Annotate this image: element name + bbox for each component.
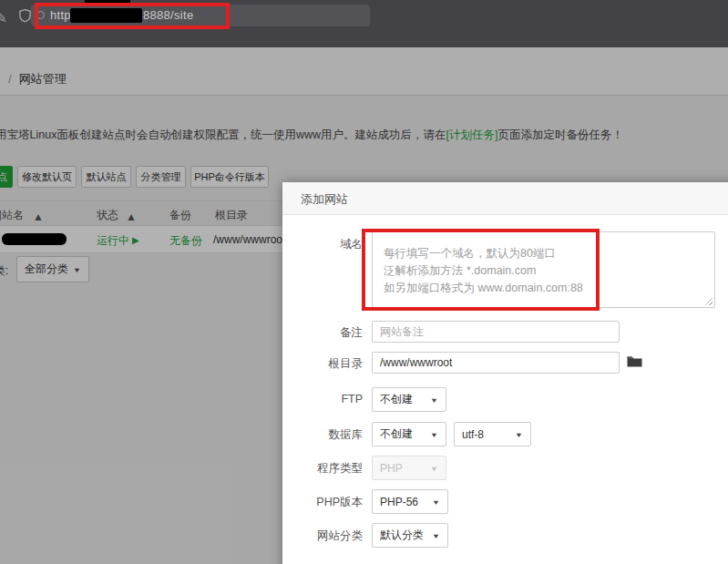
modal-title: 添加网站 xyxy=(301,191,348,208)
ftp-select[interactable]: 不创建 ▼ xyxy=(372,387,446,412)
note-input[interactable] xyxy=(372,321,620,343)
ftp-label: FTP xyxy=(282,393,363,405)
screenshot-root: ✎ http:// 8888/site /网站管理 用宝塔Linux面板创建站点… xyxy=(0,0,728,564)
root-dir-input[interactable] xyxy=(372,352,620,374)
app-type-select-disabled: PHP ▼ xyxy=(372,456,446,480)
chevron-down-icon: ▼ xyxy=(515,430,523,438)
modal-header: 添加网站 xyxy=(282,182,728,215)
chevron-down-icon: ▼ xyxy=(430,464,438,472)
php-version-select[interactable]: PHP-56 ▼ xyxy=(372,489,448,514)
annotation-box-domain xyxy=(362,229,600,311)
database-label: 数据库 xyxy=(282,427,363,443)
site-category-select[interactable]: 默认分类 ▼ xyxy=(372,523,448,548)
charset-select[interactable]: utf-8 ▼ xyxy=(454,422,531,446)
app-type-label: 程序类型 xyxy=(282,461,363,477)
charset-select-value: utf-8 xyxy=(462,428,484,441)
app-type-select-value: PHP xyxy=(380,462,403,475)
chevron-down-icon: ▼ xyxy=(432,531,440,539)
partial-edge-icon: ✎ xyxy=(0,10,7,26)
php-version-label: PHP版本 xyxy=(282,495,363,510)
chevron-down-icon: ▼ xyxy=(430,430,438,438)
textarea-resize-handle[interactable] xyxy=(703,296,713,305)
folder-browse-icon[interactable] xyxy=(627,354,642,371)
database-select[interactable]: 不创建 ▼ xyxy=(372,422,446,446)
database-select-value: 不创建 xyxy=(380,426,413,442)
chevron-down-icon: ▼ xyxy=(430,395,438,404)
chevron-down-icon: ▼ xyxy=(432,497,440,506)
ftp-select-value: 不创建 xyxy=(380,392,413,407)
php-version-select-value: PHP-56 xyxy=(380,496,418,508)
shield-security-icon[interactable] xyxy=(18,8,32,26)
annotation-box-url xyxy=(35,3,230,29)
site-category-label: 网站分类 xyxy=(282,528,363,544)
domain-label: 域名 xyxy=(282,237,363,252)
site-category-select-value: 默认分类 xyxy=(380,528,424,543)
root-dir-label: 根目录 xyxy=(282,356,363,372)
note-label: 备注 xyxy=(282,325,363,341)
